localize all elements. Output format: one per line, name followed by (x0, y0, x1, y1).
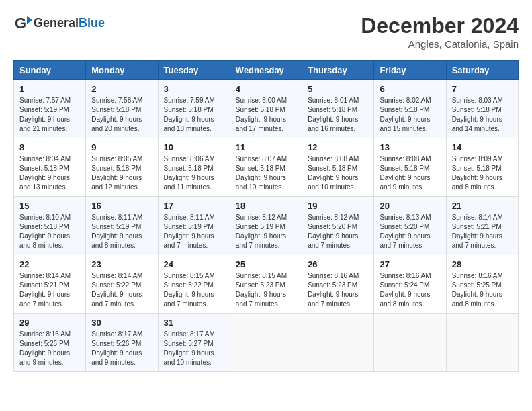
calendar-cell: 16 Sunrise: 8:11 AM Sunset: 5:19 PM Dayl… (86, 197, 158, 255)
calendar-cell (230, 314, 302, 372)
day-info: Sunrise: 8:16 AM Sunset: 5:23 PM Dayligh… (308, 271, 368, 309)
day-number: 18 (236, 201, 296, 211)
day-of-week-header: Monday (86, 61, 158, 80)
calendar-cell: 17 Sunrise: 8:11 AM Sunset: 5:19 PM Dayl… (158, 197, 230, 255)
calendar-cell: 24 Sunrise: 8:15 AM Sunset: 5:22 PM Dayl… (158, 255, 230, 314)
day-info: Sunrise: 8:16 AM Sunset: 5:25 PM Dayligh… (452, 271, 513, 309)
day-info: Sunrise: 8:00 AM Sunset: 5:18 PM Dayligh… (236, 96, 296, 134)
calendar-row: 22 Sunrise: 8:14 AM Sunset: 5:21 PM Dayl… (14, 255, 519, 314)
calendar-table: SundayMondayTuesdayWednesdayThursdayFrid… (13, 60, 519, 372)
day-info: Sunrise: 8:14 AM Sunset: 5:21 PM Dayligh… (452, 213, 513, 250)
svg-marker-2 (27, 16, 32, 24)
day-info: Sunrise: 8:13 AM Sunset: 5:20 PM Dayligh… (380, 213, 440, 250)
day-info: Sunrise: 8:12 AM Sunset: 5:20 PM Dayligh… (308, 213, 368, 250)
calendar-cell: 19 Sunrise: 8:12 AM Sunset: 5:20 PM Dayl… (302, 197, 374, 255)
calendar-cell: 15 Sunrise: 8:10 AM Sunset: 5:18 PM Dayl… (14, 197, 86, 255)
calendar-row: 29 Sunrise: 8:16 AM Sunset: 5:26 PM Dayl… (14, 314, 519, 372)
day-number: 20 (380, 201, 440, 211)
day-number: 30 (91, 318, 152, 328)
day-info: Sunrise: 8:10 AM Sunset: 5:18 PM Dayligh… (19, 213, 80, 250)
logo: G GeneralBlue (13, 13, 105, 32)
calendar-cell: 27 Sunrise: 8:16 AM Sunset: 5:24 PM Dayl… (374, 255, 446, 314)
day-number: 16 (91, 201, 152, 211)
calendar-cell: 20 Sunrise: 8:13 AM Sunset: 5:20 PM Dayl… (374, 197, 446, 255)
calendar-cell: 11 Sunrise: 8:07 AM Sunset: 5:18 PM Dayl… (230, 138, 302, 197)
calendar-cell: 28 Sunrise: 8:16 AM Sunset: 5:25 PM Dayl… (446, 255, 518, 314)
day-of-week-header: Friday (374, 61, 446, 80)
day-number: 27 (380, 259, 440, 269)
calendar-cell: 6 Sunrise: 8:02 AM Sunset: 5:18 PM Dayli… (374, 80, 446, 138)
day-number: 6 (380, 84, 440, 94)
day-number: 25 (236, 259, 296, 269)
day-number: 17 (164, 201, 224, 211)
day-info: Sunrise: 8:03 AM Sunset: 5:18 PM Dayligh… (452, 96, 513, 134)
day-info: Sunrise: 7:57 AM Sunset: 5:19 PM Dayligh… (19, 96, 80, 134)
calendar-cell: 1 Sunrise: 7:57 AM Sunset: 5:19 PM Dayli… (14, 80, 86, 138)
page-header: G GeneralBlue December 2024 Angles, Cata… (13, 13, 519, 50)
day-number: 19 (308, 201, 368, 211)
calendar-cell: 25 Sunrise: 8:15 AM Sunset: 5:23 PM Dayl… (230, 255, 302, 314)
day-info: Sunrise: 8:05 AM Sunset: 5:18 PM Dayligh… (91, 154, 152, 192)
day-number: 10 (164, 142, 224, 152)
day-number: 8 (19, 142, 80, 152)
day-info: Sunrise: 8:14 AM Sunset: 5:22 PM Dayligh… (91, 271, 152, 309)
day-number: 21 (452, 201, 513, 211)
svg-text:G: G (15, 15, 26, 32)
day-number: 23 (91, 259, 152, 269)
day-of-week-header: Sunday (14, 61, 86, 80)
calendar-cell: 18 Sunrise: 8:12 AM Sunset: 5:19 PM Dayl… (230, 197, 302, 255)
calendar-cell: 30 Sunrise: 8:17 AM Sunset: 5:26 PM Dayl… (86, 314, 158, 372)
day-info: Sunrise: 8:15 AM Sunset: 5:22 PM Dayligh… (164, 271, 224, 309)
day-number: 22 (19, 259, 80, 269)
day-info: Sunrise: 7:59 AM Sunset: 5:18 PM Dayligh… (164, 96, 224, 134)
day-info: Sunrise: 8:06 AM Sunset: 5:18 PM Dayligh… (164, 154, 224, 192)
calendar-row: 15 Sunrise: 8:10 AM Sunset: 5:18 PM Dayl… (14, 197, 519, 255)
day-number: 31 (164, 318, 224, 328)
calendar-cell: 22 Sunrise: 8:14 AM Sunset: 5:21 PM Dayl… (14, 255, 86, 314)
day-info: Sunrise: 8:15 AM Sunset: 5:23 PM Dayligh… (236, 271, 296, 309)
day-number: 4 (236, 84, 296, 94)
calendar-cell: 10 Sunrise: 8:06 AM Sunset: 5:18 PM Dayl… (158, 138, 230, 197)
day-of-week-header: Thursday (302, 61, 374, 80)
calendar-cell: 5 Sunrise: 8:01 AM Sunset: 5:18 PM Dayli… (302, 80, 374, 138)
day-info: Sunrise: 8:04 AM Sunset: 5:18 PM Dayligh… (19, 154, 80, 192)
calendar-cell (374, 314, 446, 372)
calendar-cell: 21 Sunrise: 8:14 AM Sunset: 5:21 PM Dayl… (446, 197, 518, 255)
day-info: Sunrise: 8:08 AM Sunset: 5:18 PM Dayligh… (308, 154, 368, 192)
day-number: 3 (164, 84, 224, 94)
logo-icon: G (13, 13, 32, 32)
calendar-row: 8 Sunrise: 8:04 AM Sunset: 5:18 PM Dayli… (14, 138, 519, 197)
day-info: Sunrise: 8:12 AM Sunset: 5:19 PM Dayligh… (236, 213, 296, 250)
day-number: 5 (308, 84, 368, 94)
day-info: Sunrise: 8:01 AM Sunset: 5:18 PM Dayligh… (308, 96, 368, 134)
day-of-week-header: Wednesday (230, 61, 302, 80)
day-info: Sunrise: 8:02 AM Sunset: 5:18 PM Dayligh… (380, 96, 440, 134)
calendar-cell: 4 Sunrise: 8:00 AM Sunset: 5:18 PM Dayli… (230, 80, 302, 138)
day-info: Sunrise: 8:11 AM Sunset: 5:19 PM Dayligh… (91, 213, 152, 250)
location-title: Angles, Catalonia, Spain (361, 38, 519, 50)
day-number: 14 (452, 142, 513, 152)
day-of-week-header: Saturday (446, 61, 518, 80)
day-number: 11 (236, 142, 296, 152)
calendar-cell: 8 Sunrise: 8:04 AM Sunset: 5:18 PM Dayli… (14, 138, 86, 197)
calendar-cell (302, 314, 374, 372)
calendar-cell: 23 Sunrise: 8:14 AM Sunset: 5:22 PM Dayl… (86, 255, 158, 314)
calendar-cell: 13 Sunrise: 8:08 AM Sunset: 5:18 PM Dayl… (374, 138, 446, 197)
calendar-cell: 7 Sunrise: 8:03 AM Sunset: 5:18 PM Dayli… (446, 80, 518, 138)
day-info: Sunrise: 7:58 AM Sunset: 5:18 PM Dayligh… (91, 96, 152, 134)
month-title: December 2024 (361, 13, 519, 38)
day-info: Sunrise: 8:08 AM Sunset: 5:18 PM Dayligh… (380, 154, 440, 192)
day-number: 15 (19, 201, 80, 211)
calendar-cell: 3 Sunrise: 7:59 AM Sunset: 5:18 PM Dayli… (158, 80, 230, 138)
calendar-row: 1 Sunrise: 7:57 AM Sunset: 5:19 PM Dayli… (14, 80, 519, 138)
title-block: December 2024 Angles, Catalonia, Spain (361, 13, 519, 50)
day-of-week-header: Tuesday (158, 61, 230, 80)
day-number: 2 (91, 84, 152, 94)
logo-blue: Blue (79, 16, 105, 30)
day-info: Sunrise: 8:17 AM Sunset: 5:27 PM Dayligh… (164, 330, 224, 367)
day-number: 24 (164, 259, 224, 269)
day-number: 29 (19, 318, 80, 328)
calendar-cell: 14 Sunrise: 8:09 AM Sunset: 5:18 PM Dayl… (446, 138, 518, 197)
day-number: 13 (380, 142, 440, 152)
day-number: 9 (91, 142, 152, 152)
